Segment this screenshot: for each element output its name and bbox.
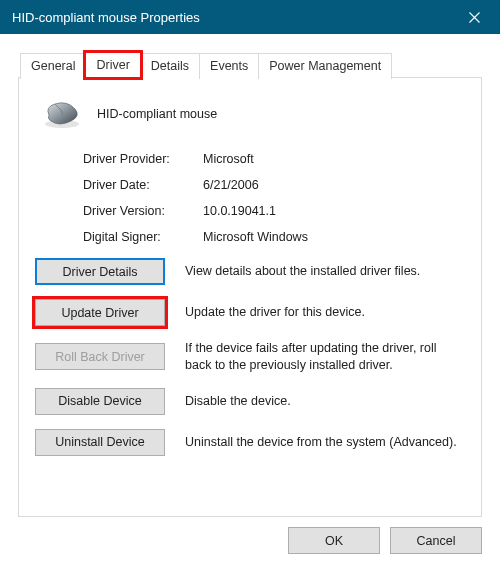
driver-info: Driver Provider: Microsoft Driver Date: … (83, 152, 465, 244)
action-row-details: Driver Details View details about the in… (35, 258, 465, 285)
rollback-driver-button: Roll Back Driver (35, 343, 165, 370)
version-value: 10.0.19041.1 (203, 204, 276, 218)
mouse-icon (41, 98, 83, 130)
provider-label: Driver Provider: (83, 152, 203, 166)
rollback-driver-desc: If the device fails after updating the d… (185, 340, 465, 374)
tab-strip: General Driver Details Events Power Mana… (20, 52, 482, 78)
dialog-footer: OK Cancel (288, 527, 482, 554)
tab-driver[interactable]: Driver (85, 52, 140, 78)
disable-device-desc: Disable the device. (185, 393, 465, 410)
tab-general[interactable]: General (20, 53, 86, 79)
window-title: HID-compliant mouse Properties (12, 10, 452, 25)
date-value: 6/21/2006 (203, 178, 259, 192)
cancel-button[interactable]: Cancel (390, 527, 482, 554)
device-header: HID-compliant mouse (41, 98, 465, 130)
titlebar[interactable]: HID-compliant mouse Properties (0, 0, 500, 34)
tab-power-management[interactable]: Power Management (258, 53, 392, 79)
version-label: Driver Version: (83, 204, 203, 218)
uninstall-device-desc: Uninstall the device from the system (Ad… (185, 434, 465, 451)
tab-events[interactable]: Events (199, 53, 259, 79)
disable-device-button[interactable]: Disable Device (35, 388, 165, 415)
action-row-disable: Disable Device Disable the device. (35, 388, 465, 415)
driver-details-button[interactable]: Driver Details (35, 258, 165, 285)
ok-button[interactable]: OK (288, 527, 380, 554)
signer-label: Digital Signer: (83, 230, 203, 244)
device-name: HID-compliant mouse (97, 107, 217, 121)
tab-details[interactable]: Details (140, 53, 200, 79)
tab-panel-driver: HID-compliant mouse Driver Provider: Mic… (18, 77, 482, 517)
client-area: General Driver Details Events Power Mana… (0, 34, 500, 568)
close-icon (469, 12, 480, 23)
driver-actions: Driver Details View details about the in… (35, 258, 465, 456)
driver-details-desc: View details about the installed driver … (185, 263, 465, 280)
update-driver-desc: Update the driver for this device. (185, 304, 465, 321)
action-row-rollback: Roll Back Driver If the device fails aft… (35, 340, 465, 374)
info-row-signer: Digital Signer: Microsoft Windows (83, 230, 465, 244)
uninstall-device-button[interactable]: Uninstall Device (35, 429, 165, 456)
provider-value: Microsoft (203, 152, 254, 166)
signer-value: Microsoft Windows (203, 230, 308, 244)
info-row-provider: Driver Provider: Microsoft (83, 152, 465, 166)
info-row-date: Driver Date: 6/21/2006 (83, 178, 465, 192)
date-label: Driver Date: (83, 178, 203, 192)
action-row-uninstall: Uninstall Device Uninstall the device fr… (35, 429, 465, 456)
action-row-update: Update Driver Update the driver for this… (35, 299, 465, 326)
info-row-version: Driver Version: 10.0.19041.1 (83, 204, 465, 218)
update-driver-button[interactable]: Update Driver (35, 299, 165, 326)
close-button[interactable] (452, 0, 496, 34)
